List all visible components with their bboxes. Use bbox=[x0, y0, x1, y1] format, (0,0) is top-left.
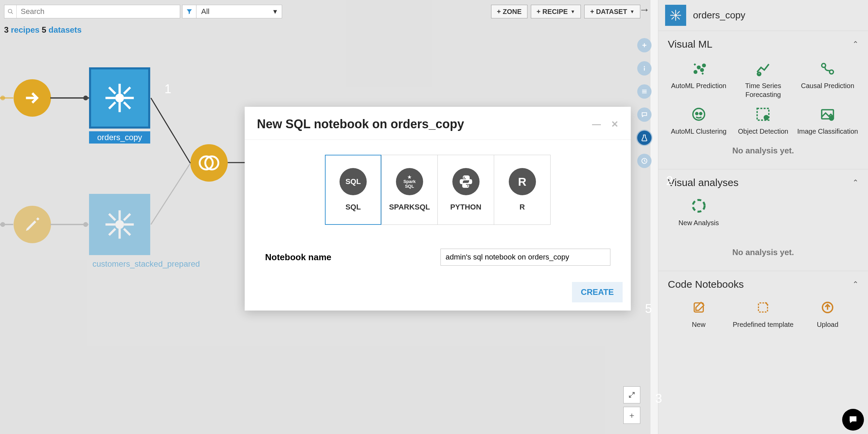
analysis-icon bbox=[690, 197, 708, 215]
comment-icon[interactable] bbox=[637, 107, 652, 122]
panel-header: orders_copy bbox=[658, 0, 868, 31]
dataset-button[interactable]: + DATASET ▼ bbox=[584, 5, 640, 18]
create-button[interactable]: CREATE bbox=[572, 282, 623, 302]
svg-point-53 bbox=[675, 14, 677, 16]
notebook-name-label: Notebook name bbox=[265, 252, 331, 263]
svg-point-8 bbox=[0, 222, 5, 227]
filter-select[interactable]: All ▾ bbox=[196, 5, 282, 18]
svg-point-56 bbox=[701, 69, 704, 71]
recipe-button[interactable]: + RECIPE ▼ bbox=[531, 5, 581, 18]
callout-2: 2 bbox=[653, 168, 683, 194]
object-detection[interactable]: Object Detection bbox=[732, 105, 794, 136]
notebook-name-input[interactable] bbox=[440, 249, 610, 266]
svg-point-64 bbox=[700, 113, 702, 115]
svg-line-6 bbox=[151, 98, 190, 163]
empty-message: No analysis yet. bbox=[668, 136, 858, 159]
svg-point-54 bbox=[694, 71, 697, 73]
actions-rail: → bbox=[634, 2, 655, 168]
zone-button[interactable]: + ZONE bbox=[491, 5, 527, 18]
search-wrapper bbox=[4, 5, 180, 18]
new-notebook[interactable]: New bbox=[668, 298, 730, 329]
svg-line-1 bbox=[11, 12, 13, 14]
automl-prediction[interactable]: AutoML Prediction bbox=[668, 60, 730, 99]
collapse-panel-icon[interactable]: → bbox=[637, 2, 652, 17]
svg-point-0 bbox=[8, 9, 12, 13]
callout-3: 3 bbox=[642, 386, 672, 412]
minimize-icon[interactable]: — bbox=[592, 119, 601, 130]
empty-message: No analysis yet. bbox=[668, 227, 858, 261]
new-icon bbox=[690, 298, 708, 317]
close-icon[interactable]: ✕ bbox=[611, 119, 619, 130]
dataset-icon bbox=[665, 5, 686, 26]
svg-line-34 bbox=[632, 393, 634, 395]
svg-point-66 bbox=[764, 115, 769, 120]
right-panel: orders_copy Visual ML ⌃ AutoML Predictio… bbox=[658, 0, 868, 434]
section-code-notebooks: Code Notebooks ⌃ New Predefined template… bbox=[658, 271, 868, 339]
add-action-icon[interactable] bbox=[637, 38, 652, 52]
callout-1: 1 bbox=[151, 76, 181, 102]
clustering-icon bbox=[690, 105, 708, 123]
list-icon[interactable] bbox=[637, 84, 652, 99]
detection-icon bbox=[754, 105, 772, 123]
upload-icon bbox=[818, 298, 837, 317]
svg-point-63 bbox=[696, 113, 698, 115]
svg-line-11 bbox=[151, 163, 190, 224]
prediction-icon bbox=[690, 60, 708, 78]
lang-option-python[interactable]: PYTHON bbox=[438, 155, 494, 225]
sql-icon: SQL bbox=[340, 168, 367, 195]
filter-icon[interactable] bbox=[182, 5, 196, 18]
causal-prediction[interactable]: Causal Prediction bbox=[797, 60, 858, 99]
r-icon: R bbox=[509, 168, 536, 195]
filter-value: All bbox=[201, 7, 209, 16]
counts: 3 recipes 5 datasets bbox=[4, 25, 82, 35]
topbar: All ▾ + ZONE + RECIPE ▼ + DATASET ▼ bbox=[4, 3, 640, 20]
chevron-down-icon: ▾ bbox=[273, 7, 277, 16]
recipes-link[interactable]: recipes bbox=[11, 25, 39, 34]
sparksql-icon: ★SparkSQL bbox=[396, 168, 423, 195]
chevron-down-icon: ▼ bbox=[571, 9, 575, 14]
svg-point-69 bbox=[693, 200, 705, 212]
chevron-up-icon[interactable]: ⌃ bbox=[852, 280, 858, 289]
chevron-up-icon[interactable]: ⌃ bbox=[852, 178, 858, 187]
automl-clustering[interactable]: AutoML Clustering bbox=[668, 105, 730, 136]
chevron-up-icon[interactable]: ⌃ bbox=[852, 40, 858, 49]
svg-point-55 bbox=[697, 66, 700, 69]
svg-line-52 bbox=[677, 11, 680, 14]
section-visual-analyses: Visual analyses ⌃ New Analysis No analys… bbox=[658, 169, 868, 271]
time-series-forecasting[interactable]: Time Series Forecasting bbox=[732, 60, 794, 99]
upload-notebook[interactable]: Upload bbox=[797, 298, 858, 329]
fullscreen-button[interactable] bbox=[623, 386, 640, 403]
zoom-in-button[interactable]: ＋ bbox=[623, 407, 640, 424]
svg-point-68 bbox=[829, 116, 834, 121]
svg-rect-71 bbox=[759, 303, 768, 312]
search-icon[interactable] bbox=[4, 5, 17, 18]
modal-title: New SQL notebook on orders_copy bbox=[257, 117, 464, 131]
svg-point-10 bbox=[83, 222, 88, 227]
image-class-icon bbox=[818, 105, 837, 123]
svg-rect-39 bbox=[644, 68, 645, 70]
svg-point-58 bbox=[758, 72, 761, 76]
callout-4: 4 bbox=[291, 184, 322, 210]
chat-widget[interactable] bbox=[842, 409, 864, 431]
lang-option-sql[interactable]: SQL SQL bbox=[325, 155, 381, 225]
new-analysis[interactable]: New Analysis bbox=[668, 197, 730, 227]
section-visual-ml: Visual ML ⌃ AutoML Prediction Time Serie… bbox=[658, 31, 868, 169]
svg-line-51 bbox=[672, 17, 674, 19]
history-icon[interactable] bbox=[637, 154, 652, 168]
info-icon[interactable] bbox=[637, 61, 652, 76]
lang-option-r[interactable]: R R bbox=[494, 155, 551, 225]
datasets-link[interactable]: datasets bbox=[49, 25, 82, 34]
svg-line-35 bbox=[629, 395, 631, 397]
image-classification[interactable]: Image Classification bbox=[797, 105, 858, 136]
svg-point-57 bbox=[702, 64, 705, 67]
svg-point-38 bbox=[644, 66, 645, 67]
panel-title: orders_copy bbox=[693, 10, 745, 21]
callout-5: 5 bbox=[631, 296, 662, 322]
predefined-template[interactable]: Predefined template bbox=[732, 298, 794, 329]
python-icon bbox=[452, 168, 480, 195]
causal-icon bbox=[818, 60, 837, 78]
search-input[interactable] bbox=[17, 5, 180, 18]
lab-icon[interactable] bbox=[637, 131, 652, 145]
template-icon bbox=[754, 298, 772, 317]
lang-option-sparksql[interactable]: ★SparkSQL SPARKSQL bbox=[381, 155, 438, 225]
